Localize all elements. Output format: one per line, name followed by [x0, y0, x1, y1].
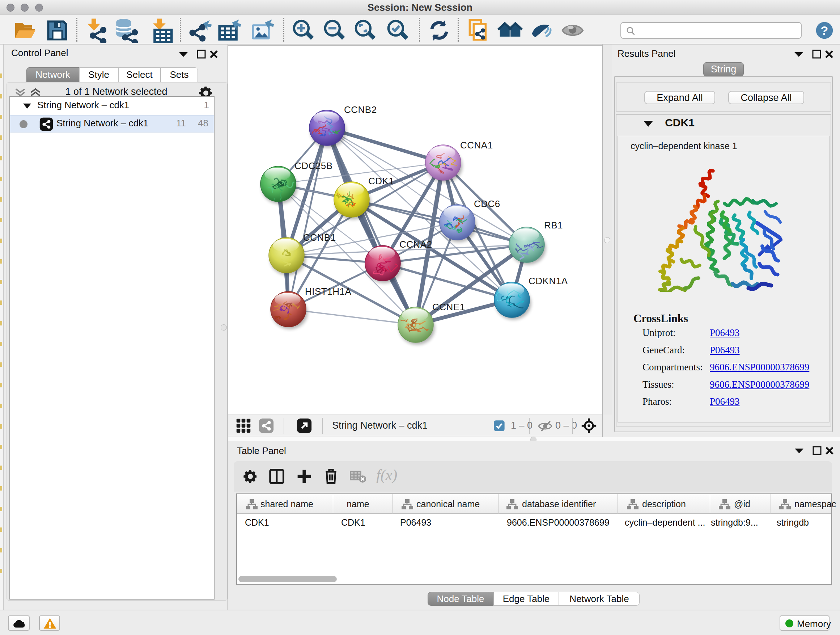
svg-text:CDC6: CDC6	[474, 198, 500, 209]
svg-text:CCNB1: CCNB1	[303, 232, 336, 243]
svg-text:CDC25B: CDC25B	[294, 160, 333, 171]
svg-text:RB1: RB1	[544, 220, 563, 231]
svg-text:CCNB2: CCNB2	[344, 104, 377, 115]
svg-text:CCNA1: CCNA1	[460, 140, 493, 150]
svg-text:CDKN1A: CDKN1A	[529, 276, 568, 287]
svg-text:CCNE1: CCNE1	[432, 302, 465, 312]
svg-text:CCNA2: CCNA2	[399, 239, 432, 250]
svg-text:CDK1: CDK1	[368, 176, 394, 187]
svg-text:HIST1H1A: HIST1H1A	[305, 286, 351, 297]
svg-text:?: ?	[821, 24, 829, 37]
